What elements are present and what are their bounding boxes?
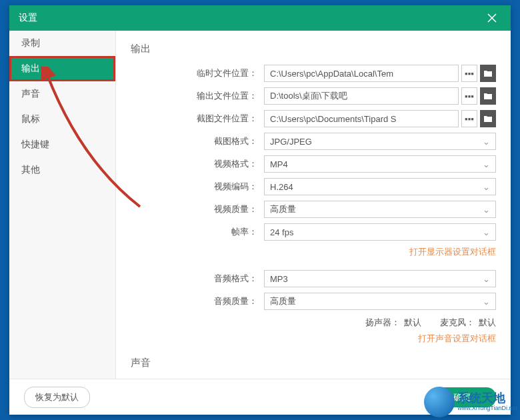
folder-icon	[484, 115, 492, 122]
display-link-row: 打开显示器设置对话框	[131, 246, 496, 258]
chevron-down-icon: ⌄	[483, 159, 490, 169]
close-icon	[487, 13, 497, 23]
watermark-cn: 系统天地	[457, 392, 517, 405]
row-video-quality: 视频质量： 高质量⌄	[131, 201, 496, 218]
select-audio-quality[interactable]: 高质量⌄	[264, 293, 496, 310]
display-settings-link[interactable]: 打开显示器设置对话框	[409, 246, 496, 258]
settings-dialog: 设置 录制 输出 声音 鼠标 快捷键 其他 输出 临时文件位置： ▪▪▪ 输出文…	[9, 5, 511, 415]
label-audio-quality: 音频质量：	[131, 295, 264, 307]
main-panel: 输出 临时文件位置： ▪▪▪ 输出文件位置： ▪▪▪ 截图文件位置： ▪▪▪	[116, 31, 511, 379]
chevron-down-icon: ⌄	[483, 297, 490, 307]
select-video-codec[interactable]: H.264⌄	[264, 178, 496, 195]
label-out-path: 输出文件位置：	[131, 90, 264, 102]
chevron-down-icon: ⌄	[483, 137, 490, 147]
sidebar-item-sound[interactable]: 声音	[9, 81, 115, 107]
sidebar-item-label: 声音	[21, 88, 40, 100]
select-value: JPG/JPEG	[270, 137, 312, 147]
chevron-down-icon: ⌄	[483, 227, 490, 237]
label-shot-path: 截图文件位置：	[131, 113, 264, 125]
close-button[interactable]	[483, 9, 501, 27]
chevron-down-icon: ⌄	[483, 205, 490, 215]
sidebar-item-label: 其他	[21, 164, 40, 176]
select-video-quality[interactable]: 高质量⌄	[264, 201, 496, 218]
row-shot-format: 截图格式： JPG/JPEG⌄	[131, 133, 496, 150]
row-audio-format: 音频格式： MP3⌄	[131, 270, 496, 287]
watermark: 系统天地 www.XiTongTianDi.net	[424, 387, 517, 417]
speaker-mic-row: 扬声器：默认 麦克风：默认	[131, 317, 496, 329]
label-video-codec: 视频编码：	[131, 181, 264, 193]
sound-settings-link[interactable]: 打开声音设置对话框	[418, 333, 496, 345]
folder-button-shot[interactable]	[480, 110, 496, 127]
dialog-title: 设置	[19, 12, 483, 24]
select-fps[interactable]: 24 fps⌄	[264, 223, 496, 241]
select-value: 24 fps	[270, 227, 293, 237]
label-video-format: 视频格式：	[131, 158, 264, 170]
more-button-temp[interactable]: ▪▪▪	[461, 65, 477, 82]
row-video-codec: 视频编码： H.264⌄	[131, 178, 496, 195]
select-audio-format[interactable]: MP3⌄	[264, 270, 496, 287]
sidebar-item-record[interactable]: 录制	[9, 31, 115, 56]
speaker-value: 默认	[404, 317, 421, 327]
select-value: 高质量	[270, 203, 296, 215]
speaker-label: 扬声器：	[365, 317, 400, 327]
label-video-quality: 视频质量：	[131, 203, 264, 215]
label-fps: 帧率：	[131, 226, 264, 238]
sidebar: 录制 输出 声音 鼠标 快捷键 其他	[9, 31, 116, 379]
dialog-body: 录制 输出 声音 鼠标 快捷键 其他 输出 临时文件位置： ▪▪▪ 输出文件位置…	[9, 31, 511, 379]
folder-icon	[484, 70, 492, 77]
sidebar-item-output[interactable]: 输出	[9, 56, 115, 81]
folder-button-temp[interactable]	[480, 65, 496, 82]
label-shot-format: 截图格式：	[131, 135, 264, 147]
mic-value: 默认	[479, 317, 496, 327]
select-shot-format[interactable]: JPG/JPEG⌄	[264, 133, 496, 150]
row-temp-path: 临时文件位置： ▪▪▪	[131, 65, 496, 82]
sidebar-item-label: 录制	[21, 37, 40, 49]
mic-label: 麦克风：	[440, 317, 475, 327]
row-fps: 帧率： 24 fps⌄	[131, 223, 496, 241]
sidebar-item-other[interactable]: 其他	[9, 157, 115, 183]
select-value: 高质量	[270, 295, 296, 307]
row-shot-path: 截图文件位置： ▪▪▪	[131, 110, 496, 127]
row-audio-quality: 音频质量： 高质量⌄	[131, 293, 496, 310]
select-value: MP4	[270, 159, 288, 169]
chevron-down-icon: ⌄	[483, 274, 490, 284]
more-button-shot[interactable]: ▪▪▪	[461, 110, 477, 127]
sidebar-item-hotkey[interactable]: 快捷键	[9, 132, 115, 157]
reset-button[interactable]: 恢复为默认	[24, 387, 90, 408]
chevron-down-icon: ⌄	[483, 182, 490, 192]
sidebar-item-mouse[interactable]: 鼠标	[9, 107, 115, 132]
watermark-logo	[424, 387, 455, 417]
label-temp-path: 临时文件位置：	[131, 67, 264, 79]
input-out-path[interactable]	[264, 87, 459, 105]
section-title-output: 输出	[131, 43, 496, 55]
titlebar: 设置	[9, 5, 511, 31]
sound-link-row: 打开声音设置对话框	[131, 333, 496, 345]
watermark-en: www.XiTongTianDi.net	[457, 405, 517, 412]
select-video-format[interactable]: MP4⌄	[264, 155, 496, 173]
more-button-out[interactable]: ▪▪▪	[461, 87, 477, 105]
row-out-path: 输出文件位置： ▪▪▪	[131, 87, 496, 105]
folder-icon	[484, 93, 492, 99]
folder-button-out[interactable]	[480, 87, 496, 105]
sidebar-item-label: 快捷键	[21, 139, 49, 151]
sidebar-item-label: 鼠标	[21, 113, 40, 125]
input-shot-path[interactable]	[264, 110, 459, 127]
select-value: MP3	[270, 274, 288, 284]
row-video-format: 视频格式： MP4⌄	[131, 155, 496, 173]
sidebar-item-label: 输出	[21, 63, 40, 75]
input-temp-path[interactable]	[264, 65, 459, 82]
watermark-text: 系统天地 www.XiTongTianDi.net	[457, 392, 517, 412]
label-audio-format: 音频格式：	[131, 273, 264, 285]
section-title-sound: 声音	[131, 357, 496, 369]
select-value: H.264	[270, 182, 293, 192]
